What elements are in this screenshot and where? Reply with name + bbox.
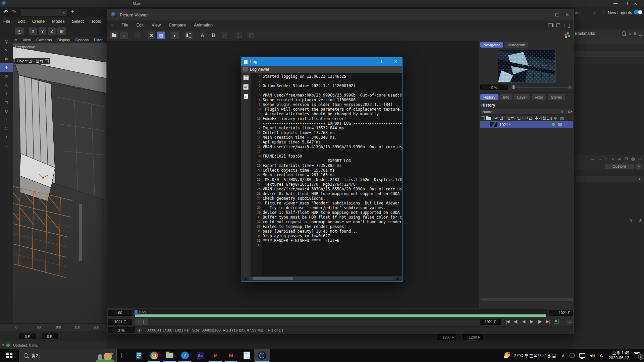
material-swatch-icon[interactable]: ▪: [0, 115, 13, 124]
taskbar-app-cinema4d[interactable]: [254, 349, 270, 362]
navigator-zoom-field[interactable]: 2 %: [480, 84, 508, 90]
ime-indicator[interactable]: A: [600, 353, 603, 358]
set-a-button[interactable]: A: [198, 31, 207, 40]
attr-search-icon[interactable]: ○: [609, 157, 616, 161]
set-b-button[interactable]: B: [209, 31, 218, 40]
pv-pin-icon[interactable]: ↓: [568, 23, 570, 28]
attr-lock-icon[interactable]: ⊓: [623, 156, 630, 161]
pv-zoom-field[interactable]: 2 %: [108, 327, 135, 333]
tab-layer[interactable]: Layer: [514, 94, 530, 100]
wide-dropdown-row[interactable]: ▼: [575, 176, 643, 182]
transport-dropdown[interactable]: ▼: [567, 320, 573, 324]
pv-titlebar[interactable]: Picture Viewer — ×: [107, 9, 574, 21]
undo-icon[interactable]: ↶: [3, 9, 8, 15]
viewport-menu-options[interactable]: Options: [73, 38, 92, 42]
taskbar-app-m-large[interactable]: M: [223, 349, 239, 362]
menu-select[interactable]: Select: [68, 19, 88, 24]
c4d-close-button[interactable]: ×: [631, 0, 641, 6]
contrast-button[interactable]: ◐: [171, 31, 179, 40]
end-frame-box[interactable]: 1021 F: [549, 310, 573, 316]
play-forward-button[interactable]: ▶: [528, 319, 536, 324]
history-row-frame[interactable]: 1021 * 00: [480, 121, 573, 128]
ram-info-button[interactable]: ▤: [157, 31, 165, 40]
bookmarks-row[interactable]: [574, 44, 644, 51]
menu-tools[interactable]: Tools: [88, 19, 105, 24]
pv-menu-file[interactable]: File: [117, 23, 132, 27]
log-close-button[interactable]: ×: [389, 59, 402, 65]
rotate-tool-icon[interactable]: ↺: [0, 72, 13, 80]
clear-cache-button[interactable]: ⊠: [147, 31, 156, 40]
copy-image-button[interactable]: [234, 31, 243, 40]
log-maximize-button[interactable]: [377, 59, 389, 65]
taskbar-app-calculator[interactable]: [131, 349, 146, 362]
attr-forward-icon[interactable]: →: [596, 156, 603, 161]
custom-dropdown[interactable]: Custom: [605, 164, 634, 169]
copy-log-icon[interactable]: ab: [243, 84, 249, 90]
navigator-zoom-slider[interactable]: [511, 87, 567, 87]
bookmarks-search-icon[interactable]: [622, 32, 626, 36]
expander-icon[interactable]: −: [481, 116, 485, 120]
menu-file[interactable]: File: [0, 19, 14, 24]
notification-button[interactable]: 4: [633, 349, 644, 362]
scroll-left-icon[interactable]: ◀: [241, 277, 249, 281]
tray-chevron-up-icon[interactable]: ∧: [561, 353, 565, 358]
log-minimize-button[interactable]: —: [364, 59, 377, 65]
goto-end-button[interactable]: ▶|: [544, 319, 552, 324]
viewport-hamburger-icon[interactable]: ≡: [13, 38, 20, 43]
tab-stereo[interactable]: Stereo: [548, 94, 565, 100]
tab-navigator[interactable]: Navigator: [480, 42, 503, 48]
tab-history[interactable]: History: [480, 94, 498, 100]
pv-split-view-icon[interactable]: [548, 23, 553, 27]
redo-icon[interactable]: ↷: [11, 9, 16, 15]
attr-popout-icon[interactable]: ◻: [636, 157, 643, 161]
tab-histogram[interactable]: Histogram: [504, 42, 528, 48]
menu-create[interactable]: Create: [29, 19, 49, 24]
open-file-button[interactable]: [110, 31, 118, 40]
taskbar-app-notepad[interactable]: [239, 349, 254, 362]
workplane-icon[interactable]: ⊞: [57, 27, 66, 35]
status-menu-icon[interactable]: ≡: [0, 343, 6, 348]
navigator-thumbnail[interactable]: [498, 50, 555, 82]
c4d-minimize-button[interactable]: —: [610, 0, 621, 6]
viewport-menu-display[interactable]: Display: [55, 38, 73, 42]
scrollbar-thumb[interactable]: [253, 277, 293, 280]
swap-ab-button[interactable]: ⇄: [220, 31, 229, 40]
pv-minimize-button[interactable]: —: [542, 12, 552, 18]
compare-ab-button[interactable]: [184, 31, 193, 40]
cube-tool-icon[interactable]: ◻: [0, 98, 13, 107]
pv-popout-icon[interactable]: ↗: [556, 23, 560, 27]
fps-field[interactable]: 60: [108, 310, 132, 316]
bg-frame-field-1[interactable]: 1200 F: [437, 334, 456, 340]
zoom-tool-icon[interactable]: ◎: [0, 37, 13, 46]
start-button[interactable]: [0, 349, 19, 362]
tray-clock[interactable]: 오후 1:49 2023-06-12: [609, 351, 629, 361]
bg-frame-field-2[interactable]: 1200 F: [463, 334, 483, 340]
save-image-button[interactable]: ↓: [120, 31, 128, 40]
tray-volume-icon[interactable]: ◀)): [590, 353, 595, 358]
task-view-button[interactable]: [117, 349, 131, 362]
pv-close-button[interactable]: ×: [562, 12, 572, 18]
frame-scrubber[interactable]: [135, 318, 148, 325]
custom-dropdown-arrow[interactable]: ▼: [636, 164, 642, 169]
pv-dock-down-icon[interactable]: ↓: [563, 23, 565, 27]
frame-start-field[interactable]: 0 F: [19, 334, 36, 339]
save-log-icon[interactable]: [244, 75, 249, 80]
axis-x-button[interactable]: X: [29, 27, 37, 36]
pv-menu-animation[interactable]: Animation: [190, 23, 217, 27]
tray-network-icon[interactable]: [579, 353, 585, 358]
render-chip-icon[interactable]: [554, 319, 559, 324]
brush-tool-icon[interactable]: /: [0, 133, 13, 141]
attr-back-icon[interactable]: ←: [589, 156, 596, 161]
taskbar-app-chrome[interactable]: [146, 349, 162, 362]
stop-render-button[interactable]: ×: [133, 31, 142, 40]
attr-up-icon[interactable]: ↑: [603, 156, 609, 161]
attr-filter-icon[interactable]: ≡: [616, 156, 623, 161]
log-lines[interactable]: Started logging on 12.06.23 13:46:25Octa…: [263, 73, 401, 277]
move-tool-icon[interactable]: +: [0, 63, 13, 72]
history-table-header[interactable]: Name R Re: [480, 109, 573, 115]
viewport-menu-view[interactable]: View: [20, 38, 34, 42]
bookmarks-filter-icon[interactable]: ≡: [634, 31, 636, 36]
pv-hamburger-icon[interactable]: ≡: [107, 22, 117, 28]
export-image-button[interactable]: [247, 31, 255, 40]
bookmarks-home-icon[interactable]: ⌂: [629, 31, 631, 36]
